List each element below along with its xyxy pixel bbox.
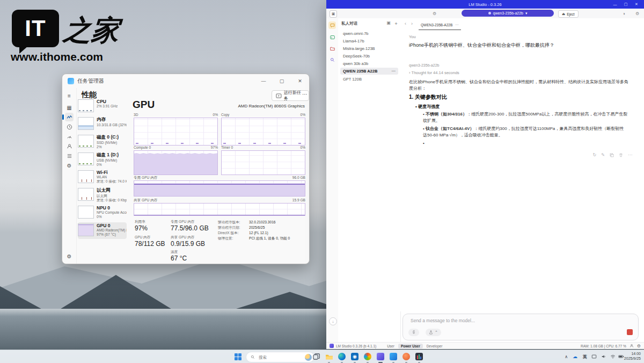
gpu-panel-title: GPU [133,99,155,111]
copilot-button[interactable] [363,352,372,361]
more-options-icon[interactable]: ⋯ [302,91,308,97]
stop-generating-button[interactable] [627,329,633,335]
nav-services-icon[interactable]: ⚙ [65,161,74,170]
copy-icon[interactable] [610,153,614,157]
chat-list-item[interactable]: GPT 120B [340,76,398,83]
lm-studio-taskbar-button[interactable] [376,352,385,361]
nav-developer-icon[interactable] [328,33,336,41]
new-chat-icon[interactable]: ▣ [330,10,337,18]
chat-list-item[interactable]: DeepSeek-70b [340,53,398,60]
model-selector-pill[interactable]: qwen3-235b-a22b ▾ [462,10,554,17]
volume-tray[interactable] [601,350,606,363]
nav-my-models-icon[interactable] [328,45,336,52]
active-chat-tab[interactable]: QWEN3-235B-A22B ⋯ [419,20,461,31]
settings-gear-icon[interactable]: ⚙ [637,344,641,349]
nav-performance-icon[interactable] [65,113,74,121]
metric-row-disk0[interactable]: 磁盘 0 (C:) SSD (NVMe) 2% [78,134,127,150]
tray-box[interactable] [591,350,597,363]
nav-forward-icon[interactable]: › [411,21,413,26]
close-icon[interactable]: ✕ [291,74,309,88]
minimize-icon[interactable]: — [610,0,620,9]
onedrive-cloud-icon: ☁ [573,354,577,359]
hamburger-menu-icon[interactable]: ≡ [65,91,74,100]
battery-tray[interactable] [618,350,624,363]
chat-transcript[interactable]: You iPhone手机的不锈钢中框、钛合金中框和铝合金中框，哪款最抗摔？ qw… [400,30,644,311]
file-explorer-button[interactable] [324,352,334,361]
maximize-icon[interactable]: ▢ [273,74,291,88]
memory-mini-chart [78,117,94,130]
metric-row-memory[interactable]: 内存 10.3/31.8 GB (32%) [78,116,127,133]
metric-row-cpu[interactable]: CPU 2% 3.91 GHz [78,98,127,115]
nav-details-icon[interactable] [65,151,74,160]
lm-studio-titlebar[interactable]: LM Studio - 0.3.26 — ▢ ✕ [326,0,644,9]
media-app-button[interactable] [414,352,424,361]
metric-row-ethernet[interactable]: 以太网 以太网 发送: 0 接收: 0 Kbps [78,187,127,204]
message-input-box[interactable]: ⌃ [402,314,639,340]
wifi-mini-chart [78,170,94,183]
scroll-download-icon[interactable]: ↓ [329,317,337,325]
chart-header-dedicated-memory: 专用 GPU 内存96.0 GB [134,176,305,180]
theme-icon[interactable]: ◑ [623,11,625,16]
chart-header-3d: 3D0% [134,113,218,117]
nav-processes-icon[interactable]: ▦ [65,103,74,112]
edge-browser-button[interactable] [337,352,347,361]
tab-menu-icon[interactable]: ⋯ [455,23,459,27]
gpu-mini-chart [78,223,94,236]
chat-list-item[interactable]: qwen-omni-7b [340,30,398,37]
chat-list-item[interactable]: Llama4-17b [340,38,398,45]
user-account-icon[interactable] [630,344,634,348]
user-label: You [409,34,632,39]
wifi-tray[interactable] [610,350,616,363]
ithome-logo-zhijia: 之家 [62,12,121,49]
thought-toggle[interactable]: › Thought for 44.14 seconds [409,70,632,75]
nav-users-icon[interactable] [65,142,74,150]
sub-bullet-2: • 钛合金（如TC4/6Al-4V）：维氏硬度约300，抗拉强度可达1100MP… [423,126,628,139]
maximize-icon[interactable]: ▢ [620,0,631,9]
taskbar-clock[interactable]: 14:00 2025/9/25 [624,351,641,361]
edit-icon[interactable]: ✎ [601,153,605,157]
taskbar-search[interactable] [246,352,314,362]
ethernet-mini-chart [78,188,94,201]
attach-file-chip[interactable] [408,329,419,336]
metric-row-npu[interactable]: NPU 0 NPU Compute Accel... 0% [78,205,127,221]
nav-back-icon[interactable]: ‹ [405,21,406,26]
code-editor-button[interactable] [389,352,398,361]
chat-list-item-selected[interactable]: QWEN 235B A22B⋯ [340,68,398,75]
chat-list-item[interactable]: qwen 30b a3b [340,60,398,67]
copilot-icon [364,353,371,360]
tray-chevron[interactable]: ∧ [565,350,568,363]
pin-app-button[interactable] [401,352,411,361]
mode-tab-power-user[interactable]: Power User [398,344,423,349]
nav-app-history-icon[interactable] [65,122,74,131]
outlook-button[interactable]: ◉ [350,352,360,361]
nav-startup-apps-icon[interactable] [65,132,74,141]
tools-chip[interactable]: ⌃ [426,329,441,336]
lm-studio-nav-rail [326,18,339,343]
task-view-button[interactable] [311,352,321,361]
search-input[interactable] [258,354,293,360]
chat-item-menu-icon[interactable]: ⋯ [392,69,396,74]
new-chat-plus-icon[interactable]: ＋ [394,20,398,26]
mode-tab-developer[interactable]: Developer [424,344,445,349]
ime-indicator[interactable]: 英 [583,350,587,363]
close-icon[interactable]: ✕ [631,0,642,9]
more-icon[interactable]: ⋯ [628,153,632,157]
eject-model-button[interactable]: ⏏ Eject [558,10,579,18]
nav-chat-icon[interactable] [328,21,336,29]
settings-gear-icon[interactable]: ⚙ [65,252,74,260]
mode-tab-user[interactable]: User [384,344,397,349]
collapse-panel-icon[interactable]: ▣ [386,20,391,26]
nav-discover-icon[interactable] [328,56,336,63]
metric-row-gpu[interactable]: GPU 0 AMD Radeon(TM) 8... 97% (67 °C) [78,222,127,239]
status-gear-icon[interactable]: ⚙ [433,11,436,16]
settings-wrench-icon[interactable]: ⚙ [635,11,639,16]
metric-row-wifi[interactable]: Wi-Fi WLAN 发送: 0 接收: 74.0 Kbps [78,169,127,186]
regenerate-icon[interactable]: ↻ [593,153,597,157]
minimize-icon[interactable]: — [254,74,273,88]
onedrive-tray[interactable]: ☁ [573,350,577,363]
metric-row-disk1[interactable]: 磁盘 1 (D:) USB (NVMe) 0% [78,151,127,168]
delete-icon[interactable] [619,153,623,157]
message-input[interactable] [409,317,622,324]
chat-list-item[interactable]: Mistra-large-123B [340,45,398,52]
start-button[interactable] [233,352,243,361]
